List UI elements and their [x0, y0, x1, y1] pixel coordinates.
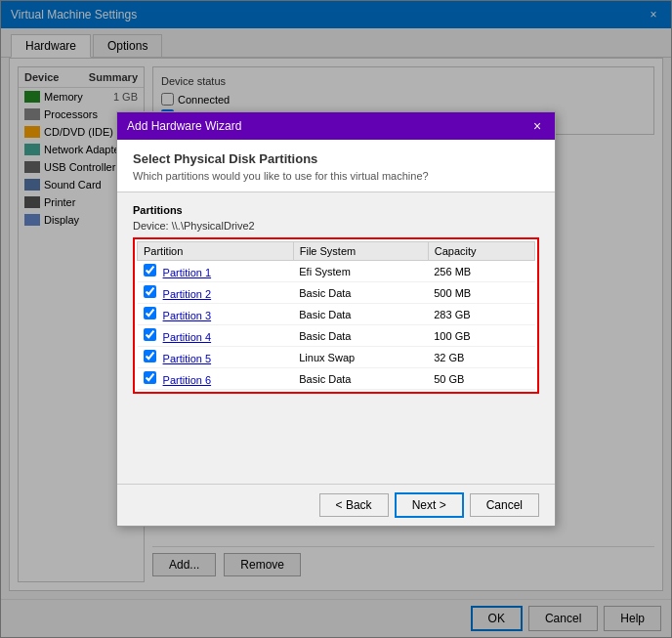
- partition-cell-name: Partition 1: [138, 261, 294, 282]
- partition-checkbox-2[interactable]: [144, 307, 156, 319]
- partition-name: Partition 6: [163, 374, 212, 386]
- wizard-cancel-button[interactable]: Cancel: [470, 493, 539, 517]
- overlay: Add Hardware Wizard × Select Physical Di…: [0, 0, 672, 638]
- partition-name: Partition 1: [163, 267, 212, 278]
- partition-cell-cap: 283 GB: [428, 304, 534, 325]
- table-row: Partition 2 Basic Data 500 MB: [138, 282, 535, 304]
- partition-cell-cap: 50 GB: [428, 368, 534, 390]
- table-row: Partition 1 Efi System 256 MB: [138, 261, 535, 282]
- partition-cell-cap: 100 GB: [428, 325, 534, 347]
- col-filesystem: File System: [293, 242, 428, 261]
- partition-cell-name: Partition 2: [138, 282, 294, 304]
- partition-cell-cap: 500 MB: [428, 282, 534, 304]
- table-row: Partition 6 Basic Data 50 GB: [138, 368, 535, 390]
- partition-checkbox-5[interactable]: [144, 371, 156, 384]
- partition-name: Partition 5: [163, 353, 212, 364]
- partition-cell-fs: Basic Data: [293, 304, 428, 325]
- wizard-body: Partitions Device: \\.\PhysicalDrive2 Pa…: [117, 192, 555, 484]
- wizard-header-title: Select Physical Disk Partitions: [133, 151, 539, 166]
- partition-name: Partition 4: [163, 331, 212, 343]
- table-row: Partition 3 Basic Data 283 GB: [138, 304, 535, 325]
- partition-checkbox-3[interactable]: [144, 328, 156, 341]
- partitions-label: Partitions: [133, 204, 539, 216]
- back-button[interactable]: < Back: [319, 493, 389, 517]
- partition-cell-name: Partition 4: [138, 325, 294, 347]
- partition-cell-fs: Linux Swap: [293, 347, 428, 368]
- partition-cell-name: Partition 3: [138, 304, 294, 325]
- table-row: Partition 4 Basic Data 100 GB: [138, 325, 535, 347]
- partition-name: Partition 2: [163, 288, 212, 300]
- wizard-title: Add Hardware Wizard: [127, 119, 241, 133]
- partitions-table: Partition File System Capacity Partition…: [137, 241, 535, 390]
- partition-cell-fs: Basic Data: [293, 368, 428, 390]
- partition-name: Partition 3: [163, 310, 212, 321]
- wizard-dialog: Add Hardware Wizard × Select Physical Di…: [116, 111, 556, 527]
- table-row: Partition 5 Linux Swap 32 GB: [138, 347, 535, 368]
- wizard-header: Select Physical Disk Partitions Which pa…: [117, 140, 555, 192]
- partition-cell-cap: 256 MB: [428, 261, 534, 282]
- col-partition: Partition: [138, 242, 294, 261]
- col-capacity: Capacity: [428, 242, 534, 261]
- wizard-header-subtitle: Which partitions would you like to use f…: [133, 170, 539, 182]
- partition-cell-fs: Efi System: [293, 261, 428, 282]
- next-button[interactable]: Next >: [395, 492, 464, 518]
- wizard-title-bar: Add Hardware Wizard ×: [117, 112, 555, 140]
- device-path-value: \\.\PhysicalDrive2: [172, 220, 255, 232]
- partition-cell-name: Partition 5: [138, 347, 294, 368]
- device-label: Device:: [133, 220, 169, 232]
- partition-cell-fs: Basic Data: [293, 325, 428, 347]
- partition-checkbox-4[interactable]: [144, 350, 156, 362]
- partition-checkbox-1[interactable]: [144, 285, 156, 298]
- partition-cell-name: Partition 6: [138, 368, 294, 390]
- wizard-footer: < Back Next > Cancel: [117, 484, 555, 526]
- wizard-close-button[interactable]: ×: [529, 118, 545, 134]
- partition-checkbox-0[interactable]: [144, 264, 156, 276]
- partitions-table-container: Partition File System Capacity Partition…: [133, 237, 539, 394]
- device-path: Device: \\.\PhysicalDrive2: [133, 220, 539, 232]
- partition-cell-cap: 32 GB: [428, 347, 534, 368]
- partition-cell-fs: Basic Data: [293, 282, 428, 304]
